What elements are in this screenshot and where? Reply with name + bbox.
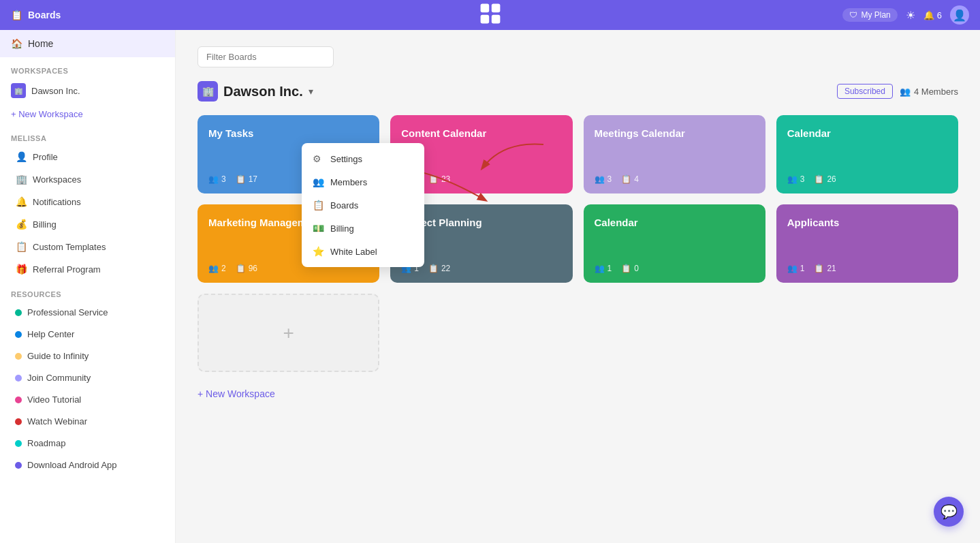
svg-rect-1 <box>491 4 500 13</box>
help-center-dot <box>15 331 22 338</box>
roadmap-label: Roadmap <box>27 438 65 448</box>
new-workspace-footer-label: + New Workspace <box>197 388 275 399</box>
new-workspace-label: + New Workspace <box>11 109 83 119</box>
user-section-label: Melissa <box>0 125 175 145</box>
video-tutorial-label: Video Tutorial <box>27 394 81 405</box>
user-avatar[interactable]: 👤 <box>950 5 969 25</box>
plan-badge[interactable]: 🛡 My Plan <box>842 8 897 22</box>
members-count: 4 Members <box>914 87 958 97</box>
workspaces-section-label: Workspaces <box>0 57 175 78</box>
dropdown-item-boards[interactable]: 📋 Boards <box>302 193 424 217</box>
topnav: 📋 Boards 🛡 My Plan ☀ 🔔 6 👤 <box>0 0 980 30</box>
workspace-meta: Subscribed 👥 4 Members <box>837 84 958 99</box>
dropdown-item-whitelabel[interactable]: ⭐ White Label <box>302 240 424 263</box>
boards-nav-label[interactable]: Boards <box>28 10 61 20</box>
sidebar-item-professional-service[interactable]: Professional Service <box>4 302 171 323</box>
boards-icon: 📋 <box>313 200 323 211</box>
dropdown-item-members[interactable]: 👥 Members <box>302 170 424 193</box>
sidebar-item-webinar[interactable]: Watch Webinar <box>4 411 171 432</box>
notifications-badge[interactable]: 🔔 6 <box>923 10 942 20</box>
community-dot <box>15 375 22 382</box>
board-card-meetings-calendar[interactable]: Meetings Calendar 👥3 📋4 <box>584 115 765 193</box>
sidebar-item-custom-templates[interactable]: 📋 Custom Templates <box>4 236 171 258</box>
filter-boards-input[interactable] <box>197 46 334 67</box>
board-card-calendar-teal[interactable]: Calendar 👥3 📋26 <box>776 115 958 193</box>
board-members-applicants: 👥1 <box>787 264 805 273</box>
sidebar-workspace-dawson[interactable]: 🏢 Dawson Inc. <box>0 78 175 104</box>
topnav-logo <box>478 1 503 29</box>
board-card-calendar-green[interactable]: Calendar 👥1 📋0 <box>584 204 765 283</box>
dropdown-item-settings[interactable]: ⚙ Settings <box>302 147 424 170</box>
android-app-label: Download Android App <box>27 460 117 470</box>
svg-rect-3 <box>491 15 500 24</box>
sidebar-item-android-app[interactable]: Download Android App <box>4 454 171 476</box>
chat-icon: 💬 <box>941 503 958 520</box>
board-members-marketing: 👥2 <box>208 264 226 273</box>
referral-icon: 🎁 <box>15 264 27 275</box>
settings-label: Settings <box>330 154 362 164</box>
sidebar: 🏠 Home Workspaces 🏢 Dawson Inc. + New Wo… <box>0 30 176 543</box>
new-workspace-footer-button[interactable]: + New Workspace <box>197 388 958 399</box>
main-content: 🏢 Dawson Inc. ▾ Subscribed 👥 4 Members <box>176 30 980 543</box>
add-board-card[interactable]: + <box>197 294 379 372</box>
webinar-dot <box>15 418 22 425</box>
whitelabel-label: White Label <box>330 247 377 257</box>
dropdown-item-billing[interactable]: 💵 Billing <box>302 217 424 240</box>
workspace-name-label: Dawson Inc. <box>31 86 80 96</box>
bell-icon: 🔔 <box>923 10 934 20</box>
board-title-my-tasks: My Tasks <box>208 127 368 139</box>
plan-label: My Plan <box>861 10 890 20</box>
workspace-header-title: Dawson Inc. <box>223 84 303 99</box>
sidebar-home[interactable]: 🏠 Home <box>0 30 175 57</box>
billing-dd-label: Billing <box>330 223 354 234</box>
add-board-plus-icon: + <box>283 322 294 344</box>
sidebar-item-notifications[interactable]: 🔔 Notifications <box>4 191 171 213</box>
board-members-calendar-teal: 👥3 <box>787 174 805 184</box>
board-card-applicants[interactable]: Applicants 👥1 📋21 <box>776 204 958 283</box>
referral-label: Referral Program <box>33 264 101 275</box>
sidebar-item-guide[interactable]: Guide to Infinity <box>4 345 171 367</box>
theme-toggle-icon[interactable]: ☀ <box>906 9 915 22</box>
notifications-count: 6 <box>937 10 942 20</box>
home-icon: 🏠 <box>11 38 22 49</box>
sidebar-item-referral[interactable]: 🎁 Referral Program <box>4 258 171 280</box>
board-members-calendar-green: 👥1 <box>595 264 612 273</box>
board-tasks-my-tasks: 📋17 <box>236 174 257 184</box>
sidebar-item-roadmap[interactable]: Roadmap <box>4 433 171 454</box>
members-info: 👥 4 Members <box>900 87 958 97</box>
board-tasks-content-calendar: 📋23 <box>428 174 450 184</box>
video-tutorial-dot <box>15 397 22 403</box>
members-label: Members <box>330 177 367 187</box>
help-center-label: Help Center <box>27 329 74 339</box>
android-app-dot <box>15 462 22 469</box>
professional-service-label: Professional Service <box>27 307 108 317</box>
board-title-calendar-green: Calendar <box>595 217 755 228</box>
chat-button[interactable]: 💬 <box>934 497 964 527</box>
board-tasks-calendar-teal: 📋26 <box>814 174 836 184</box>
workspaces-label: Workspaces <box>33 174 81 185</box>
workspaces-icon: 🏢 <box>15 174 27 185</box>
sidebar-item-profile[interactable]: 👤 Profile <box>4 146 171 168</box>
members-icon: 👥 <box>313 176 323 187</box>
members-icon: 👥 <box>900 87 911 97</box>
board-tasks-applicants: 📋21 <box>814 264 836 273</box>
home-label: Home <box>28 38 53 49</box>
billing-icon: 💰 <box>15 219 27 230</box>
new-workspace-button[interactable]: + New Workspace <box>0 104 175 125</box>
board-title-applicants: Applicants <box>787 217 947 228</box>
sidebar-item-community[interactable]: Join Community <box>4 367 171 388</box>
workspace-dropdown-chevron[interactable]: ▾ <box>309 86 313 97</box>
board-title-calendar-teal: Calendar <box>787 127 947 139</box>
settings-icon: ⚙ <box>313 153 323 164</box>
sidebar-item-billing[interactable]: 💰 Billing <box>4 213 171 235</box>
board-title-content-calendar: Content Calendar <box>401 127 561 139</box>
topnav-right: 🛡 My Plan ☀ 🔔 6 👤 <box>842 5 969 25</box>
sidebar-item-workspaces[interactable]: 🏢 Workspaces <box>4 168 171 190</box>
topnav-left: 📋 Boards <box>11 10 61 20</box>
sidebar-item-help-center[interactable]: Help Center <box>4 324 171 345</box>
app-logo-icon <box>478 1 503 26</box>
workspace-header: 🏢 Dawson Inc. ▾ Subscribed 👥 4 Members <box>197 81 958 102</box>
subscribed-badge: Subscribed <box>837 84 893 99</box>
sidebar-item-video-tutorial[interactable]: Video Tutorial <box>4 389 171 410</box>
workspace-icon: 🏢 <box>11 83 26 98</box>
